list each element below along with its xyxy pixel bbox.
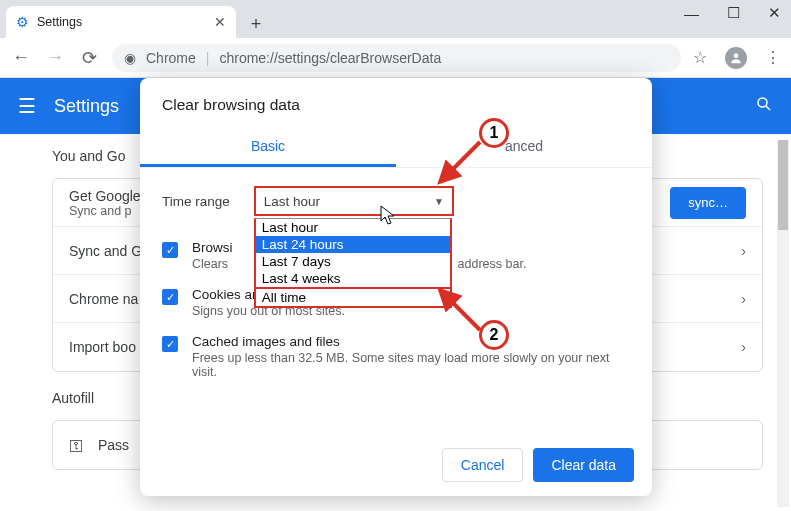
scrollbar[interactable] — [777, 140, 789, 507]
gear-icon: ⚙ — [16, 14, 29, 30]
scrollbar-thumb[interactable] — [778, 140, 788, 230]
option-last-hour[interactable]: Last hour — [256, 219, 450, 236]
option-all-time[interactable]: All time — [256, 287, 450, 306]
row-label: Pass — [98, 437, 129, 453]
profile-avatar[interactable] — [725, 47, 747, 69]
menu-icon[interactable]: ⋮ — [765, 48, 781, 67]
search-icon[interactable] — [755, 95, 773, 118]
checkbox-checked-icon[interactable]: ✓ — [162, 289, 178, 305]
tab-basic[interactable]: Basic — [140, 128, 396, 167]
back-button[interactable]: ← — [10, 47, 32, 68]
svg-point-0 — [734, 53, 739, 58]
address-separator: | — [206, 50, 210, 66]
time-range-row: Time range Last hour ▼ Last hour Last 24… — [162, 186, 630, 216]
dialog-footer: Cancel Clear data — [442, 448, 634, 482]
svg-line-3 — [440, 142, 480, 182]
svg-point-1 — [758, 98, 767, 107]
svg-line-4 — [440, 290, 480, 330]
tab-strip: ⚙ Settings ✕ + — [0, 0, 791, 38]
dialog-body: Time range Last hour ▼ Last hour Last 24… — [140, 168, 652, 379]
row-label: Import boo — [69, 339, 136, 355]
minimize-icon[interactable]: — — [684, 5, 699, 22]
time-range-dropdown: Last hour Last 24 hours Last 7 days Last… — [254, 218, 452, 308]
annotation-arrow-1 — [432, 140, 482, 190]
annotation-marker-2: 2 — [479, 320, 509, 350]
clear-data-button[interactable]: Clear data — [533, 448, 634, 482]
chevron-right-icon: › — [741, 291, 746, 307]
time-range-value: Last hour — [264, 194, 320, 209]
hamburger-icon[interactable]: ☰ — [18, 94, 36, 118]
clear-browsing-data-dialog: Clear browsing data Basic anced Time ran… — [140, 78, 652, 496]
annotation-marker-1: 1 — [479, 118, 509, 148]
chrome-icon: ◉ — [124, 50, 136, 66]
turn-on-sync-button[interactable]: sync… — [670, 187, 746, 219]
key-icon: ⚿ — [69, 437, 84, 454]
svg-line-2 — [766, 106, 770, 110]
chevron-right-icon: › — [741, 339, 746, 355]
reload-button[interactable]: ⟳ — [78, 47, 100, 69]
chevron-down-icon: ▼ — [434, 196, 444, 207]
dialog-title: Clear browsing data — [140, 96, 652, 114]
annotation-arrow-2 — [432, 282, 482, 332]
option-last-24-hours[interactable]: Last 24 hours — [256, 236, 450, 253]
star-icon[interactable]: ☆ — [693, 48, 707, 67]
chevron-right-icon: › — [741, 243, 746, 259]
close-window-icon[interactable]: ✕ — [768, 4, 781, 22]
forward-button[interactable]: → — [44, 47, 66, 68]
browser-tab-settings[interactable]: ⚙ Settings ✕ — [6, 6, 236, 38]
cancel-button[interactable]: Cancel — [442, 448, 524, 482]
time-range-select[interactable]: Last hour ▼ Last hour Last 24 hours Last… — [254, 186, 454, 216]
tab-title: Settings — [37, 15, 82, 29]
row-label: Sync and G — [69, 243, 142, 259]
row-label: Get Google — [69, 188, 141, 204]
row-label: Chrome na — [69, 291, 138, 307]
settings-title: Settings — [54, 96, 119, 117]
option-cached-images[interactable]: ✓ Cached images and files Frees up less … — [162, 334, 630, 379]
maximize-icon[interactable]: ☐ — [727, 4, 740, 22]
checkbox-checked-icon[interactable]: ✓ — [162, 242, 178, 258]
option-last-7-days[interactable]: Last 7 days — [256, 253, 450, 270]
dialog-tabs: Basic anced — [140, 128, 652, 168]
close-tab-icon[interactable]: ✕ — [214, 14, 226, 30]
checkbox-checked-icon[interactable]: ✓ — [162, 336, 178, 352]
time-range-label: Time range — [162, 194, 230, 209]
new-tab-button[interactable]: + — [242, 10, 270, 38]
address-path: chrome://settings/clearBrowserData — [219, 50, 441, 66]
address-bar[interactable]: ◉ Chrome | chrome://settings/clearBrowse… — [112, 44, 681, 72]
option-sublabel: Frees up less than 32.5 MB. Some sites m… — [192, 351, 630, 379]
toolbar-right: ☆ ⋮ — [693, 47, 781, 69]
toolbar: ← → ⟳ ◉ Chrome | chrome://settings/clear… — [0, 38, 791, 78]
address-prefix: Chrome — [146, 50, 196, 66]
window-controls: — ☐ ✕ — [684, 4, 781, 22]
row-sublabel: Sync and p — [69, 204, 141, 218]
option-label: Cached images and files — [192, 334, 630, 349]
option-last-4-weeks[interactable]: Last 4 weeks — [256, 270, 450, 287]
